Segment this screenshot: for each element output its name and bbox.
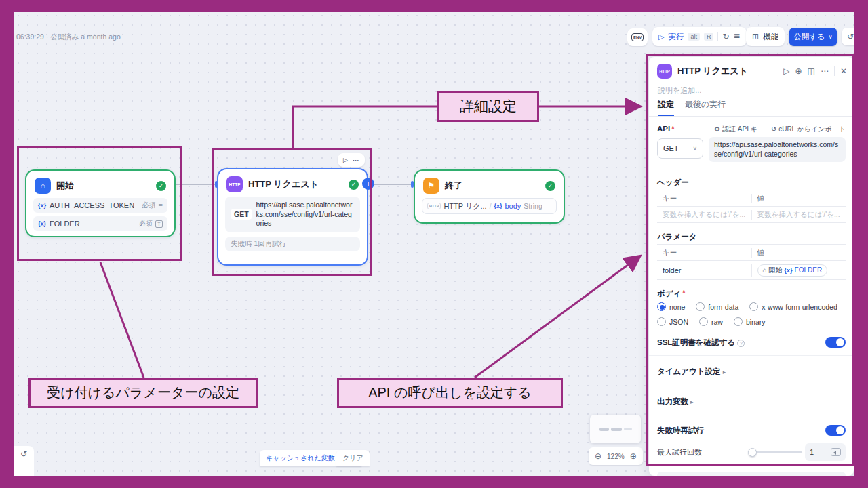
- env-icon: ENV: [631, 33, 644, 41]
- auth-api-key-link[interactable]: ⚙ 認証 API キー: [714, 125, 764, 134]
- method-select[interactable]: GET∨: [657, 138, 703, 159]
- stepper-icon[interactable]: [831, 448, 841, 456]
- params-table: キー 値 folder ⌂ 開始 {x} FOLDER: [657, 244, 846, 280]
- ssl-toggle[interactable]: [825, 337, 846, 348]
- workflow-canvas[interactable]: 06:39:29 · 公開済み a month ago ENV ▷ 実行 alt…: [14, 11, 854, 476]
- chevron-down-icon: ∨: [829, 34, 833, 40]
- radio-form-data[interactable]: form-data: [696, 302, 738, 311]
- arrow-api-call: [475, 257, 639, 378]
- divider: [717, 32, 718, 41]
- env-button[interactable]: ENV: [627, 28, 648, 46]
- params-label: パラメータ: [657, 232, 697, 242]
- ref-node-name: HTTP リク...: [443, 201, 486, 211]
- features-label: 機能: [763, 32, 778, 42]
- node-end[interactable]: ⚑ 終了 ✓ HTTP HTTP リク... / {x} body String: [414, 169, 565, 224]
- play-icon[interactable]: ▷: [343, 157, 348, 163]
- retry-toggle[interactable]: [825, 425, 846, 436]
- clear-button[interactable]: クリア: [336, 450, 370, 466]
- callout-api-call: API の呼び出しを設定する: [337, 378, 563, 408]
- table-row[interactable]: 変数を挿入するには'/'を... 変数を挿入するには'/'を...: [657, 207, 846, 223]
- curl-import-link[interactable]: ↺ cURL からインポート: [771, 125, 846, 134]
- home-icon: ⌂: [763, 266, 767, 274]
- node-http-header: HTTP HTTP リクエスト ✓: [218, 169, 367, 197]
- add-node-button[interactable]: +: [362, 178, 374, 190]
- description-input[interactable]: 説明を追加...: [658, 85, 701, 96]
- body-options-row1: none form-data x-www-form-urlencoded: [657, 302, 837, 311]
- header-key-input[interactable]: 変数を挿入するには'/'を...: [657, 210, 751, 220]
- schedule-icon[interactable]: ↻: [722, 33, 729, 41]
- url-input[interactable]: https://api.sase.paloaltonetworks.com/ss…: [709, 137, 846, 162]
- zoom-in-icon[interactable]: ⊕: [630, 452, 637, 460]
- blocks-icon: ⊞: [752, 33, 759, 41]
- radio-x-www-form-urlencoded[interactable]: x-www-form-urlencoded: [749, 302, 837, 311]
- history-icon: ↺: [20, 450, 27, 476]
- divider: [649, 355, 854, 356]
- param-name: FOLDER: [50, 220, 80, 228]
- radio-binary[interactable]: binary: [734, 317, 766, 326]
- clipped-row: [657, 472, 846, 476]
- run-toolbar-group: ▷ 実行 alt R ↻ ≣: [652, 27, 747, 46]
- chevron-right-icon: ▸: [723, 369, 726, 375]
- edge-http-end: [368, 184, 414, 185]
- ref-var-name: FOLDER: [795, 266, 823, 274]
- col-key: キー: [657, 248, 751, 258]
- radio-icon: [699, 317, 708, 326]
- col-value: 値: [751, 194, 846, 203]
- split-view-icon[interactable]: ◫: [808, 67, 815, 75]
- publish-button[interactable]: 公開する ∨: [789, 28, 837, 46]
- timeout-section[interactable]: タイムアウト設定 ▸: [657, 367, 726, 377]
- run-button[interactable]: 実行: [668, 32, 684, 42]
- callout-detail-settings: 詳細設定: [437, 91, 539, 122]
- table-header-row: キー 値: [657, 245, 846, 261]
- param-value[interactable]: ⌂ 開始 {x} FOLDER: [751, 264, 846, 277]
- more-icon[interactable]: ⋯: [821, 67, 829, 75]
- node-start[interactable]: ⌂ 開始 ✓ {x} AUTH_ACCESS_TOKEN 必須≡ {x} FOL…: [25, 169, 176, 237]
- param-key[interactable]: folder: [657, 266, 751, 274]
- node-http[interactable]: HTTP HTTP リクエスト ✓ GET https://api.sase.p…: [217, 168, 368, 266]
- tab-settings[interactable]: 設定: [658, 99, 674, 116]
- param-name: AUTH_ACCESS_TOKEN: [50, 201, 134, 209]
- radio-none[interactable]: none: [657, 302, 685, 311]
- output-vars-section[interactable]: 出力変数 ▸: [657, 396, 694, 407]
- table-header-row: キー 値: [657, 190, 846, 207]
- help-icon[interactable]: ?: [737, 340, 745, 347]
- radio-json[interactable]: JSON: [657, 317, 688, 326]
- slider-handle[interactable]: [748, 448, 757, 457]
- history-button[interactable]: ↺: [842, 28, 854, 45]
- home-icon: ⌂: [35, 178, 51, 194]
- play-icon[interactable]: ▷: [783, 67, 789, 75]
- callout-accept-params: 受け付けるパラメーターの設定: [28, 378, 258, 408]
- history-corner-button[interactable]: ↺: [14, 446, 34, 476]
- play-icon[interactable]: ▷: [658, 33, 664, 41]
- node-end-header: ⚑ 終了 ✓: [415, 171, 564, 198]
- finish-flag-icon: ⚑: [423, 178, 439, 194]
- close-icon[interactable]: ✕: [840, 67, 847, 75]
- table-row[interactable]: folder ⌂ 開始 {x} FOLDER: [657, 261, 846, 280]
- screenshot-stage: 06:39:29 · 公開済み a month ago ENV ▷ 実行 alt…: [0, 0, 868, 488]
- start-param-row[interactable]: {x} FOLDER 必須T: [33, 216, 167, 231]
- tab-last-run[interactable]: 最後の実行: [685, 99, 726, 116]
- check-icon: ✓: [349, 180, 359, 190]
- header-value-input[interactable]: 変数を挿入するには'/'を...: [751, 210, 846, 220]
- more-icon[interactable]: ⋯: [353, 157, 359, 164]
- max-attempts-input[interactable]: 1: [805, 443, 846, 461]
- start-param-row[interactable]: {x} AUTH_ACCESS_TOKEN 必須≡: [33, 198, 167, 213]
- run-config-icon[interactable]: ≣: [734, 33, 741, 41]
- body-label: ボディ*: [657, 289, 686, 299]
- body-options-row2: JSON raw binary: [657, 317, 766, 326]
- zoom-out-icon[interactable]: ⊖: [595, 452, 601, 460]
- max-attempts-slider[interactable]: [749, 451, 802, 453]
- retry-label: 失敗時再試行: [657, 426, 704, 436]
- check-icon: ✓: [156, 181, 166, 191]
- features-button[interactable]: ⊞ 機能: [746, 27, 785, 46]
- variable-icon: {x}: [38, 220, 46, 227]
- variable-icon: {x}: [494, 203, 502, 209]
- radio-raw[interactable]: raw: [699, 317, 723, 326]
- end-output-ref[interactable]: HTTP HTTP リク... / {x} body String: [422, 198, 557, 214]
- http-icon: HTTP: [657, 64, 672, 79]
- publish-label: 公開する: [793, 32, 825, 42]
- minimap[interactable]: [590, 415, 641, 443]
- locate-icon[interactable]: ⊕: [795, 67, 802, 75]
- gear-icon: ⚙: [714, 125, 722, 133]
- required-badge: 必須: [142, 201, 156, 210]
